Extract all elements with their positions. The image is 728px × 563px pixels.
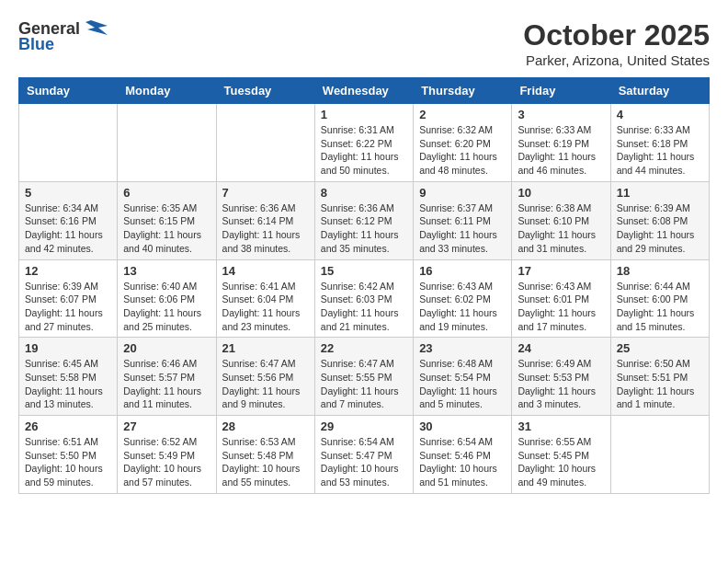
week-row-3: 12Sunrise: 6:39 AMSunset: 6:07 PMDayligh… xyxy=(19,259,710,338)
cell-info: Sunrise: 6:47 AMSunset: 5:55 PMDaylight:… xyxy=(321,357,407,411)
cell-info: Sunrise: 6:47 AMSunset: 5:56 PMDaylight:… xyxy=(222,357,309,411)
week-row-5: 26Sunrise: 6:51 AMSunset: 5:50 PMDayligh… xyxy=(19,416,710,494)
day-number: 20 xyxy=(123,341,210,355)
calendar-header-row: Sunday Monday Tuesday Wednesday Thursday… xyxy=(19,78,710,104)
cell-info: Sunrise: 6:42 AMSunset: 6:03 PMDaylight:… xyxy=(321,280,407,334)
calendar-cell: 1Sunrise: 6:31 AMSunset: 6:22 PMDaylight… xyxy=(314,104,413,182)
week-row-1: 1Sunrise: 6:31 AMSunset: 6:22 PMDaylight… xyxy=(19,104,710,182)
cell-info: Sunrise: 6:50 AMSunset: 5:51 PMDaylight:… xyxy=(617,357,703,411)
cell-info: Sunrise: 6:48 AMSunset: 5:54 PMDaylight:… xyxy=(419,357,506,411)
calendar-cell: 18Sunrise: 6:44 AMSunset: 6:00 PMDayligh… xyxy=(610,259,709,338)
cell-info: Sunrise: 6:32 AMSunset: 6:20 PMDaylight:… xyxy=(419,123,506,178)
location: Parker, Arizona, United States xyxy=(523,52,710,68)
col-thursday: Thursday xyxy=(414,78,512,104)
calendar-cell: 6Sunrise: 6:35 AMSunset: 6:15 PMDaylight… xyxy=(118,181,216,259)
day-number: 10 xyxy=(518,186,604,200)
day-number: 14 xyxy=(222,264,309,278)
cell-info: Sunrise: 6:54 AMSunset: 5:47 PMDaylight:… xyxy=(321,435,407,489)
calendar-cell: 13Sunrise: 6:40 AMSunset: 6:06 PMDayligh… xyxy=(118,259,216,338)
title-section: October 2025 Parker, Arizona, United Sta… xyxy=(523,18,710,68)
day-number: 18 xyxy=(617,264,703,278)
cell-info: Sunrise: 6:38 AMSunset: 6:10 PMDaylight:… xyxy=(518,201,604,256)
calendar-cell: 30Sunrise: 6:54 AMSunset: 5:46 PMDayligh… xyxy=(414,416,512,494)
cell-info: Sunrise: 6:33 AMSunset: 6:19 PMDaylight:… xyxy=(518,123,604,178)
calendar-cell: 22Sunrise: 6:47 AMSunset: 5:55 PMDayligh… xyxy=(314,338,413,416)
day-number: 27 xyxy=(123,419,210,433)
svg-marker-0 xyxy=(85,20,108,35)
day-number: 15 xyxy=(321,264,407,278)
cell-info: Sunrise: 6:31 AMSunset: 6:22 PMDaylight:… xyxy=(321,123,407,178)
cell-info: Sunrise: 6:51 AMSunset: 5:50 PMDaylight:… xyxy=(25,435,111,489)
calendar-cell: 21Sunrise: 6:47 AMSunset: 5:56 PMDayligh… xyxy=(216,338,314,416)
cell-info: Sunrise: 6:37 AMSunset: 6:11 PMDaylight:… xyxy=(419,201,506,256)
cell-info: Sunrise: 6:49 AMSunset: 5:53 PMDaylight:… xyxy=(518,357,604,411)
calendar-cell: 20Sunrise: 6:46 AMSunset: 5:57 PMDayligh… xyxy=(118,338,216,416)
day-number: 13 xyxy=(123,264,210,278)
cell-info: Sunrise: 6:35 AMSunset: 6:15 PMDaylight:… xyxy=(123,201,210,256)
calendar-cell: 26Sunrise: 6:51 AMSunset: 5:50 PMDayligh… xyxy=(19,416,118,494)
calendar-cell xyxy=(216,104,314,182)
col-sunday: Sunday xyxy=(19,78,118,104)
day-number: 17 xyxy=(518,264,604,278)
day-number: 19 xyxy=(25,341,111,355)
day-number: 28 xyxy=(222,419,309,433)
calendar-cell: 10Sunrise: 6:38 AMSunset: 6:10 PMDayligh… xyxy=(512,181,610,259)
calendar-cell: 31Sunrise: 6:55 AMSunset: 5:45 PMDayligh… xyxy=(512,416,610,494)
cell-info: Sunrise: 6:55 AMSunset: 5:45 PMDaylight:… xyxy=(518,435,604,489)
calendar-cell: 12Sunrise: 6:39 AMSunset: 6:07 PMDayligh… xyxy=(19,259,118,338)
calendar-cell: 25Sunrise: 6:50 AMSunset: 5:51 PMDayligh… xyxy=(610,338,709,416)
calendar-cell: 27Sunrise: 6:52 AMSunset: 5:49 PMDayligh… xyxy=(118,416,216,494)
logo: General Blue xyxy=(18,18,108,54)
cell-info: Sunrise: 6:41 AMSunset: 6:04 PMDaylight:… xyxy=(222,280,309,334)
calendar-cell: 24Sunrise: 6:49 AMSunset: 5:53 PMDayligh… xyxy=(512,338,610,416)
day-number: 23 xyxy=(419,341,506,355)
cell-info: Sunrise: 6:33 AMSunset: 6:18 PMDaylight:… xyxy=(617,123,703,178)
cell-info: Sunrise: 6:52 AMSunset: 5:49 PMDaylight:… xyxy=(123,435,210,489)
cell-info: Sunrise: 6:54 AMSunset: 5:46 PMDaylight:… xyxy=(419,435,506,489)
calendar-cell xyxy=(19,104,118,182)
day-number: 16 xyxy=(419,264,506,278)
day-number: 11 xyxy=(617,186,703,200)
day-number: 12 xyxy=(25,264,111,278)
calendar-cell: 9Sunrise: 6:37 AMSunset: 6:11 PMDaylight… xyxy=(414,181,512,259)
cell-info: Sunrise: 6:44 AMSunset: 6:00 PMDaylight:… xyxy=(617,280,703,334)
cell-info: Sunrise: 6:43 AMSunset: 6:02 PMDaylight:… xyxy=(419,280,506,334)
cell-info: Sunrise: 6:36 AMSunset: 6:14 PMDaylight:… xyxy=(222,201,309,256)
day-number: 26 xyxy=(25,419,111,433)
day-number: 8 xyxy=(321,186,407,200)
calendar-cell: 16Sunrise: 6:43 AMSunset: 6:02 PMDayligh… xyxy=(414,259,512,338)
calendar-cell: 29Sunrise: 6:54 AMSunset: 5:47 PMDayligh… xyxy=(314,416,413,494)
day-number: 31 xyxy=(518,419,604,433)
calendar-cell: 17Sunrise: 6:43 AMSunset: 6:01 PMDayligh… xyxy=(512,259,610,338)
cell-info: Sunrise: 6:36 AMSunset: 6:12 PMDaylight:… xyxy=(321,201,407,256)
day-number: 3 xyxy=(518,108,604,121)
cell-info: Sunrise: 6:43 AMSunset: 6:01 PMDaylight:… xyxy=(518,280,604,334)
week-row-2: 5Sunrise: 6:34 AMSunset: 6:16 PMDaylight… xyxy=(19,181,710,259)
calendar-cell: 23Sunrise: 6:48 AMSunset: 5:54 PMDayligh… xyxy=(414,338,512,416)
day-number: 5 xyxy=(25,186,111,200)
logo-bird-icon xyxy=(82,18,108,39)
day-number: 21 xyxy=(222,341,309,355)
month-title: October 2025 xyxy=(523,18,710,52)
calendar-cell: 19Sunrise: 6:45 AMSunset: 5:58 PMDayligh… xyxy=(19,338,118,416)
cell-info: Sunrise: 6:39 AMSunset: 6:08 PMDaylight:… xyxy=(617,201,703,256)
col-monday: Monday xyxy=(118,78,216,104)
cell-info: Sunrise: 6:46 AMSunset: 5:57 PMDaylight:… xyxy=(123,357,210,411)
calendar-cell xyxy=(118,104,216,182)
calendar-cell: 28Sunrise: 6:53 AMSunset: 5:48 PMDayligh… xyxy=(216,416,314,494)
logo-blue-text: Blue xyxy=(18,35,54,54)
cell-info: Sunrise: 6:34 AMSunset: 6:16 PMDaylight:… xyxy=(25,201,111,256)
calendar-cell: 2Sunrise: 6:32 AMSunset: 6:20 PMDaylight… xyxy=(414,104,512,182)
week-row-4: 19Sunrise: 6:45 AMSunset: 5:58 PMDayligh… xyxy=(19,338,710,416)
cell-info: Sunrise: 6:53 AMSunset: 5:48 PMDaylight:… xyxy=(222,435,309,489)
calendar-cell: 15Sunrise: 6:42 AMSunset: 6:03 PMDayligh… xyxy=(314,259,413,338)
day-number: 22 xyxy=(321,341,407,355)
calendar-cell: 5Sunrise: 6:34 AMSunset: 6:16 PMDaylight… xyxy=(19,181,118,259)
calendar-table: Sunday Monday Tuesday Wednesday Thursday… xyxy=(18,77,710,494)
day-number: 30 xyxy=(419,419,506,433)
day-number: 4 xyxy=(617,108,703,121)
cell-info: Sunrise: 6:45 AMSunset: 5:58 PMDaylight:… xyxy=(25,357,111,411)
col-wednesday: Wednesday xyxy=(314,78,413,104)
day-number: 1 xyxy=(321,108,407,121)
calendar-cell: 8Sunrise: 6:36 AMSunset: 6:12 PMDaylight… xyxy=(314,181,413,259)
